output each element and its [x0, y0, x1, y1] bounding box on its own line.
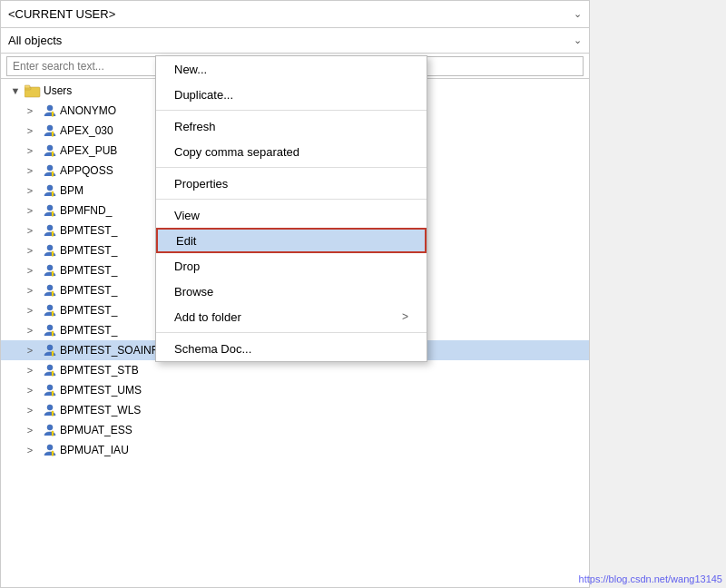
users-root-label: Users	[44, 84, 72, 97]
current-user-bar[interactable]: <CURRENT USER> ⌄	[1, 1, 589, 28]
tree-item-label: BPMUAT_IAU	[60, 444, 129, 456]
menu-item-label: View	[174, 209, 200, 222]
svg-point-26	[52, 255, 54, 257]
svg-point-17	[52, 195, 54, 197]
menu-separator	[156, 167, 427, 168]
tree-item-label: BPMTEST_	[60, 224, 117, 237]
svg-point-44	[52, 375, 54, 377]
expand-icon[interactable]: >	[23, 303, 37, 318]
submenu-arrow-icon: >	[402, 310, 408, 323]
tree-item-label: BPMTEST_WLS	[60, 404, 141, 416]
expand-icon[interactable]: >	[23, 323, 37, 338]
tree-item[interactable]: > BPMUAT_ESS	[1, 420, 589, 440]
svg-point-14	[52, 175, 54, 177]
menu-item-edit[interactable]: Edit	[156, 228, 427, 253]
expand-icon[interactable]: >	[23, 243, 37, 258]
all-objects-bar[interactable]: All objects ⌄	[1, 28, 589, 54]
menu-item-properties[interactable]: Properties	[156, 171, 427, 196]
menu-item-view[interactable]: View	[156, 202, 427, 228]
svg-point-15	[47, 185, 53, 191]
expand-icon[interactable]: >	[23, 103, 37, 118]
all-objects-label: All objects	[8, 34, 62, 47]
svg-point-53	[52, 435, 54, 436]
expand-icon[interactable]: >	[23, 183, 37, 198]
svg-point-11	[52, 155, 54, 157]
tree-item[interactable]: > BPMUAT_IAU	[1, 440, 589, 460]
expand-icon[interactable]: >	[23, 383, 37, 397]
expand-icon[interactable]: >	[23, 343, 37, 358]
tree-item[interactable]: > BPMTEST_UMS	[1, 380, 589, 400]
svg-point-29	[52, 275, 54, 277]
menu-item-label: Browse	[174, 285, 213, 299]
expand-icon[interactable]: >	[23, 443, 37, 457]
all-objects-chevron[interactable]: ⌄	[574, 34, 582, 46]
menu-item-label: Add to folder	[174, 310, 241, 324]
svg-point-51	[47, 425, 53, 430]
svg-point-39	[47, 345, 53, 350]
menu-item-add-to-folder[interactable]: Add to folder>	[156, 304, 427, 329]
svg-point-48	[47, 405, 53, 410]
menu-separator	[156, 110, 427, 111]
tree-item-label: BPMTEST_	[60, 324, 117, 337]
menu-item-drop[interactable]: Drop	[156, 253, 427, 279]
menu-item-label: New...	[174, 63, 207, 76]
svg-point-12	[47, 165, 53, 171]
expand-icon[interactable]: >	[23, 283, 37, 298]
tree-item[interactable]: > BPMTEST_WLS	[1, 400, 589, 420]
svg-point-30	[47, 285, 53, 290]
svg-rect-2	[25, 85, 30, 88]
menu-item-refresh[interactable]: Refresh	[156, 113, 427, 139]
expand-icon[interactable]: >	[23, 203, 37, 218]
svg-point-42	[47, 365, 53, 370]
svg-point-23	[52, 235, 54, 237]
tree-item[interactable]: > BPMTEST_STB	[1, 360, 589, 380]
svg-point-21	[47, 225, 53, 230]
tree-item-label: BPMTEST_UMS	[60, 384, 142, 397]
current-user-chevron[interactable]: ⌄	[574, 8, 582, 20]
expand-icon[interactable]: >	[23, 403, 37, 417]
menu-item-schema-doc---[interactable]: Schema Doc...	[156, 336, 427, 361]
expand-icon[interactable]: >	[23, 143, 37, 158]
menu-item-label: Drop	[174, 260, 200, 273]
expand-icon[interactable]: >	[23, 263, 37, 278]
expand-icon[interactable]: >	[23, 363, 37, 377]
svg-point-50	[52, 415, 54, 416]
svg-point-45	[47, 385, 53, 390]
expand-icon[interactable]: >	[23, 123, 37, 138]
users-folder-icon	[25, 83, 41, 98]
tree-item-label: BPMUAT_ESS	[60, 424, 132, 436]
expand-icon[interactable]: >	[23, 423, 37, 437]
tree-item-label: BPMTEST_STB	[60, 364, 139, 377]
menu-item-copy-comma-separated[interactable]: Copy comma separated	[156, 139, 427, 164]
svg-point-35	[52, 315, 54, 317]
svg-point-20	[52, 215, 54, 217]
tree-item-label: BPMTEST_	[60, 244, 117, 257]
menu-item-label: Edit	[176, 234, 196, 248]
svg-point-9	[47, 145, 53, 151]
menu-item-label: Schema Doc...	[174, 342, 251, 356]
expand-icon[interactable]: >	[23, 163, 37, 178]
main-panel: <CURRENT USER> ⌄ All objects ⌄ ▼	[0, 0, 590, 588]
menu-item-browse[interactable]: Browse	[156, 279, 427, 304]
svg-point-6	[47, 125, 53, 131]
context-menu: New...Duplicate...RefreshCopy comma sepa…	[155, 55, 427, 362]
svg-point-32	[52, 295, 54, 297]
tree-item-label: BPMFND_	[60, 204, 112, 217]
menu-item-label: Refresh	[174, 120, 216, 133]
menu-item-duplicate---[interactable]: Duplicate...	[156, 82, 427, 107]
svg-point-54	[47, 445, 53, 450]
tree-item-label: APEX_030	[60, 124, 113, 137]
menu-item-label: Duplicate...	[174, 88, 233, 102]
tree-item-label: BPM	[60, 184, 83, 197]
svg-point-38	[52, 335, 54, 337]
expand-icon[interactable]: >	[23, 223, 37, 238]
tree-item-label: BPMTEST_	[60, 264, 117, 277]
menu-item-new---[interactable]: New...	[156, 56, 427, 82]
current-user-label: <CURRENT USER>	[8, 7, 115, 21]
svg-point-5	[52, 115, 54, 117]
watermark: https://blog.csdn.net/wang13145	[579, 573, 722, 584]
expand-users-icon[interactable]: ▼	[8, 83, 23, 98]
tree-item-label: APEX_PUB	[60, 144, 117, 157]
tree-item-label: ANONYMO	[60, 104, 116, 117]
tree-item-label: APPQOSS	[60, 164, 113, 177]
